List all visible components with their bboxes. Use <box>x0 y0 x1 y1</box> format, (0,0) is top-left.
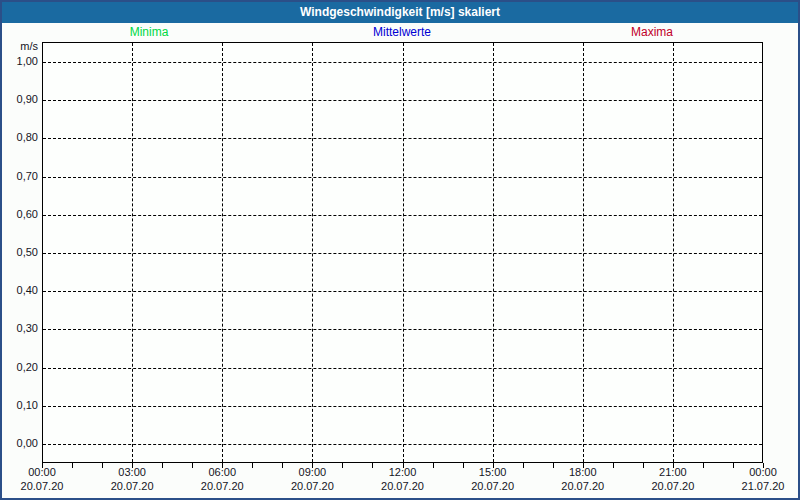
chart-window: Windgeschwindigkeit [m/s] skaliert Minim… <box>0 0 800 500</box>
x-axis-hour-tick <box>282 463 283 468</box>
x-axis-hour-tick <box>583 463 584 468</box>
x-tick-date-label: 20.07.20 <box>96 480 168 493</box>
x-axis-hour-tick <box>312 463 313 468</box>
plot-area <box>42 42 763 463</box>
legend-item-minima: Minima <box>130 25 169 39</box>
x-tick-time-label: 15:00 <box>457 466 529 479</box>
x-tick-date-label: 21.07.20 <box>727 480 799 493</box>
x-tick-time-label: 00:00 <box>727 466 799 479</box>
x-axis-hour-tick <box>222 463 223 468</box>
x-gridline <box>583 43 584 462</box>
x-gridline <box>673 43 674 462</box>
y-tick-label: 0,90 <box>2 93 38 106</box>
x-axis-hour-tick <box>553 463 554 468</box>
x-tick-date-label: 20.07.20 <box>367 480 439 493</box>
y-axis-unit-label: m/s <box>2 40 38 52</box>
x-axis-hour-tick <box>613 463 614 468</box>
x-axis-hour-tick <box>72 463 73 468</box>
y-tick-label: 0,80 <box>2 131 38 144</box>
x-tick-time-label: 12:00 <box>367 466 439 479</box>
x-gridline <box>403 43 404 462</box>
x-gridline <box>312 43 313 462</box>
x-axis-hour-tick <box>673 463 674 468</box>
legend: Minima Mittelwerte Maxima <box>2 25 798 39</box>
y-tick-label: 0,40 <box>2 284 38 297</box>
x-tick-time-label: 00:00 <box>6 466 78 479</box>
x-tick-date-label: 20.07.20 <box>457 480 529 493</box>
y-tick-label: 0,00 <box>2 437 38 450</box>
y-tick-label: 0,30 <box>2 322 38 335</box>
x-gridline <box>222 43 223 462</box>
x-tick-time-label: 06:00 <box>186 466 258 479</box>
x-tick-date-label: 20.07.20 <box>276 480 348 493</box>
x-gridline <box>493 43 494 462</box>
x-tick-time-label: 03:00 <box>96 466 168 479</box>
x-axis-hour-tick <box>252 463 253 468</box>
x-axis-hour-tick <box>102 463 103 468</box>
x-tick-time-label: 18:00 <box>547 466 619 479</box>
x-tick-date-label: 20.07.20 <box>6 480 78 493</box>
x-tick-date-label: 20.07.20 <box>637 480 709 493</box>
x-axis-hour-tick <box>192 463 193 468</box>
x-gridline <box>132 43 133 462</box>
x-axis-hour-tick <box>763 463 764 468</box>
legend-item-mittelwerte: Mittelwerte <box>373 25 431 39</box>
y-tick-label: 0,50 <box>2 246 38 259</box>
x-axis-hour-tick <box>463 463 464 468</box>
x-axis-hour-tick <box>523 463 524 468</box>
x-axis-hour-tick <box>372 463 373 468</box>
y-tick-label: 0,10 <box>2 399 38 412</box>
chart-title: Windgeschwindigkeit [m/s] skaliert <box>300 5 500 19</box>
y-tick-label: 1,00 <box>2 55 38 68</box>
x-tick-time-label: 09:00 <box>276 466 348 479</box>
y-tick-label: 0,20 <box>2 361 38 374</box>
x-axis-hour-tick <box>643 463 644 468</box>
x-axis-hour-tick <box>132 463 133 468</box>
x-axis-hour-tick <box>493 463 494 468</box>
x-axis-hour-tick <box>403 463 404 468</box>
y-tick-label: 0,60 <box>2 208 38 221</box>
x-axis-hour-tick <box>733 463 734 468</box>
x-tick-time-label: 21:00 <box>637 466 709 479</box>
x-axis-hour-tick <box>703 463 704 468</box>
x-axis-hour-tick <box>162 463 163 468</box>
x-tick-date-label: 20.07.20 <box>547 480 619 493</box>
x-axis-hour-tick <box>42 463 43 468</box>
x-axis-hour-tick <box>433 463 434 468</box>
y-tick-label: 0,70 <box>2 170 38 183</box>
x-axis-hour-tick <box>342 463 343 468</box>
title-bar: Windgeschwindigkeit [m/s] skaliert <box>2 2 798 23</box>
x-tick-date-label: 20.07.20 <box>186 480 258 493</box>
legend-item-maxima: Maxima <box>631 25 673 39</box>
